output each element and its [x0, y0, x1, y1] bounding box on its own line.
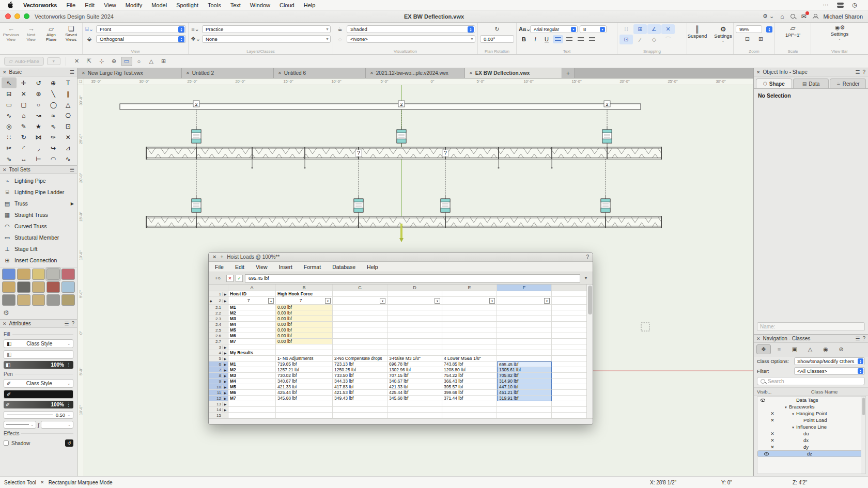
menu-text[interactable]: Text: [226, 2, 245, 8]
render-mode-select[interactable]: Shaded▲▼: [347, 25, 475, 33]
attributes-header[interactable]: ✕ Attributes ☰ ?: [0, 320, 77, 328]
palette-menu-icon[interactable]: ☰: [64, 321, 69, 326]
cell-A2.7[interactable]: M7: [228, 339, 276, 344]
help-icon[interactable]: ?: [862, 336, 865, 341]
cell-A7[interactable]: M2: [228, 367, 276, 373]
help-icon[interactable]: ?: [71, 321, 74, 326]
suspend-snapping-button[interactable]: ║Suspend: [685, 25, 710, 43]
arc-dimension-tool[interactable]: ◠: [46, 153, 61, 164]
cell-C11[interactable]: 421.53 lbf: [333, 390, 388, 396]
flyover-tool[interactable]: ↺: [31, 77, 46, 88]
line-tool[interactable]: ╲: [46, 88, 61, 99]
cell-overflow-6[interactable]: [552, 361, 586, 367]
cell-A11[interactable]: M6: [228, 390, 276, 396]
messages-icon[interactable]: ✉: [801, 13, 807, 20]
class-row-point-load[interactable]: ✕Point Load: [757, 417, 865, 423]
line-weight-select[interactable]: 0.50⌄: [4, 411, 73, 419]
scale-icon[interactable]: ▱: [788, 24, 798, 32]
cell-A2.5[interactable]: M5: [228, 327, 276, 333]
cell-F2.5[interactable]: [497, 327, 552, 333]
menu-file[interactable]: File: [61, 2, 80, 8]
polyline-tool[interactable]: ↝: [31, 110, 46, 121]
callout-tool[interactable]: ⊟: [2, 88, 17, 99]
cell-D2.2[interactable]: [388, 310, 442, 316]
worksheet-help-icon[interactable]: ?: [586, 254, 589, 260]
cell-E3[interactable]: [442, 344, 497, 350]
row-header-2.3[interactable]: 2.3: [209, 316, 228, 322]
toolset-curved-truss[interactable]: ◠Curved Truss: [0, 221, 77, 232]
toolset-icon-2[interactable]: [17, 269, 30, 280]
toolset-icon-10[interactable]: [61, 281, 75, 293]
cell-D11[interactable]: 425.44 lbf: [388, 390, 442, 396]
column-header-D[interactable]: D: [388, 285, 442, 291]
toolset-straight-truss[interactable]: ▦Straight Truss: [0, 209, 77, 221]
row-expand-icon[interactable]: ▶: [222, 368, 228, 372]
cell-F11[interactable]: 451.21 lbf: [497, 390, 552, 396]
class-row-dy[interactable]: ✕dy: [757, 444, 865, 450]
row-expand-icon[interactable]: ▶: [222, 397, 228, 400]
worksheet-grid[interactable]: ABCDEF1▶Hoist IDHigh Hook Force◆2▶7▴7▾▾▾…: [209, 285, 586, 418]
close-icon[interactable]: ✕: [3, 167, 7, 172]
text-tool[interactable]: T: [60, 77, 75, 88]
stacking-tool[interactable]: ⊛: [31, 88, 46, 99]
snap-distance-icon[interactable]: ∕: [633, 35, 647, 44]
cell-A13[interactable]: [228, 401, 276, 407]
formula-dropdown-icon[interactable]: ▼: [582, 276, 590, 280]
cell-C6[interactable]: 723.13 lbf: [333, 361, 388, 367]
reshape-tool[interactable]: ∷: [2, 132, 17, 143]
fill-color-swatch[interactable]: ◧: [4, 350, 73, 359]
visibility-eye-icon[interactable]: [757, 397, 768, 403]
cell-E2.2[interactable]: [442, 310, 497, 316]
standard-view-select[interactable]: Front▲▼: [96, 25, 186, 33]
toolset-icon-7[interactable]: [17, 281, 30, 293]
basic-palette-header[interactable]: ✕ Basic ☰: [0, 68, 77, 76]
cell-F14[interactable]: [497, 407, 552, 413]
class-row-influence-line[interactable]: ▼Influence Line: [757, 423, 865, 430]
cell-overflow-13[interactable]: [552, 401, 586, 407]
cell-B6[interactable]: 719.65 lbf: [276, 361, 333, 367]
column-header-fill[interactable]: [552, 285, 586, 291]
cell-D10[interactable]: 421.33 lbf: [388, 384, 442, 390]
cell-E14[interactable]: [442, 407, 497, 413]
cell-E7[interactable]: 1208.80 lbf: [442, 367, 497, 373]
cell-A1[interactable]: Hoist ID: [228, 291, 276, 297]
home-icon[interactable]: ⌂: [780, 13, 784, 20]
cell-C2.2[interactable]: [333, 310, 388, 316]
menu-view[interactable]: View: [99, 2, 121, 8]
menu-tools[interactable]: Tools: [203, 2, 226, 8]
visibility-off-icon[interactable]: ✕: [768, 445, 777, 450]
expand-triangle-icon[interactable]: ▼: [784, 406, 787, 409]
cell-E2.1[interactable]: [442, 305, 497, 310]
row-header-9[interactable]: 9▶: [209, 379, 228, 384]
references-tab-icon[interactable]: ⊘: [834, 344, 848, 354]
filter-dropdown-button[interactable]: ▾: [489, 298, 495, 304]
toolset-icon-1[interactable]: [2, 269, 16, 280]
cell-E4[interactable]: [442, 350, 497, 356]
cell-overflow-4[interactable]: [552, 350, 586, 356]
lasso-marquee-icon[interactable]: ○: [133, 57, 145, 66]
selection-tool[interactable]: ↖: [2, 77, 17, 88]
bold-button[interactable]: B: [519, 35, 529, 43]
cell-F3[interactable]: [497, 344, 552, 350]
extrude-tool[interactable]: ⊿: [60, 143, 75, 153]
accept-entry-button[interactable]: ✓: [236, 275, 243, 282]
visibility-off-icon[interactable]: ✕: [768, 431, 777, 436]
worksheet-horizontal-scrollbar[interactable]: [209, 418, 593, 424]
row-expand-icon[interactable]: ▶: [222, 380, 228, 383]
cell-overflow-14[interactable]: [552, 407, 586, 413]
cell-F2.1[interactable]: [497, 305, 552, 310]
cell-E11[interactable]: 399.68 lbf: [442, 390, 497, 396]
cell-overflow-10[interactable]: [552, 384, 586, 390]
control-center-icon[interactable]: [833, 3, 848, 8]
toolset-icon-5[interactable]: [61, 269, 75, 280]
line-style-select[interactable]: ⌄: [4, 421, 36, 429]
cell-overflow-9[interactable]: [552, 379, 586, 384]
fill-style-select[interactable]: ◧ Class Style ⌄: [4, 339, 73, 348]
row-header-13[interactable]: 13▶: [209, 401, 228, 407]
cell-C2.6[interactable]: [333, 333, 388, 339]
fillet-tool[interactable]: ◜: [17, 143, 32, 153]
cell-E12[interactable]: 371.44 lbf: [442, 396, 497, 401]
menu-window[interactable]: Window: [245, 2, 275, 8]
tool-sets-header[interactable]: ✕ Tool Sets ☰: [0, 166, 77, 174]
visibility-column-header[interactable]: Visib...: [757, 389, 784, 395]
